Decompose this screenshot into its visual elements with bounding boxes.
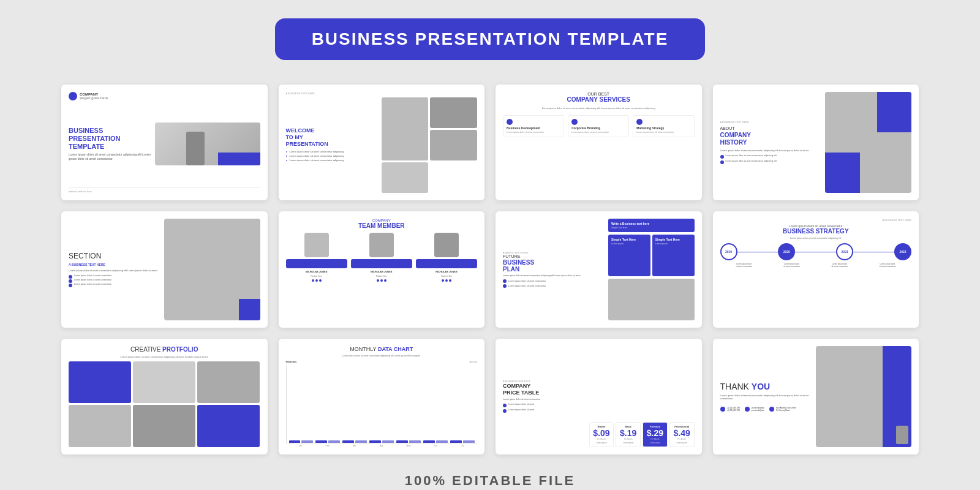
service-1: Business Development Lorem ipsum dolor s… [503, 115, 564, 138]
slide7-items: Lorem ipsum dolor sit amet consectetur L… [503, 279, 603, 288]
member-3: NICHOLAS JONES Position Here [416, 233, 477, 282]
price-premium: Premium $.29 Per Month Lorem ipsum [643, 422, 668, 447]
slide-3[interactable]: OUR BEST COMPANY SERVICES Lorem ipsum do… [496, 85, 702, 200]
slide12-sub: Lorem ipsum dolor sit amet consectetur a… [720, 394, 811, 401]
slide1-body: Lorem ipsum dolor sit amet consectetur a… [69, 153, 155, 161]
slide-7[interactable]: A SIMPLE TEXT HERE FUTURE BUSINESSPLAN L… [496, 211, 702, 327]
year-2019: 2019 [720, 243, 737, 260]
member2-role: Position Here [376, 275, 387, 277]
contact-location: Your Address Goes HereTo Country Name [769, 407, 796, 412]
slide10-heading: MONTHLY DATA CHART [286, 346, 478, 352]
member1-wave [286, 259, 347, 268]
slide-11[interactable]: A BUSINESS SUB TEXT COMPANYPRICE TABLE L… [496, 339, 702, 454]
price-starter: Starter $.09 Per Month Lorem ipsum [589, 422, 614, 447]
slide8-desc: Lorem ipsum dolor sit amet consectetur a… [720, 237, 912, 239]
slide8-timeline: 2019 2020 2021 2022 [720, 243, 912, 260]
slide4-heading: ABOUT COMPANYHISTORY [720, 126, 821, 146]
slide11-checks: Lorem ipsum dolor sit amet Lorem ipsum d… [503, 403, 586, 413]
slide6-line2: TEAM MEMBER [358, 222, 405, 229]
price-professional: Professional $.49 Per Month Lorem ipsum [669, 422, 695, 447]
slide8-line2: BUSINESS STRATEGY [720, 228, 912, 235]
header-banner: BUSINESS PRESENTATION TEMPLATE [275, 18, 706, 60]
slide12-image [816, 346, 911, 447]
slide7-box3: Simple Text Here Lorem ipsum [652, 235, 695, 276]
slide-10[interactable]: MONTHLY DATA CHART Lorem ipsum dolor sit… [279, 339, 485, 454]
member2-wave [351, 259, 412, 268]
service3-title: Marketing Strategy [636, 126, 690, 130]
gallery-item-5 [133, 405, 195, 447]
member3-role: Position Here [441, 275, 452, 277]
gallery-item-6 [197, 405, 260, 447]
slide3-services: Business Development Lorem ipsum dolor s… [503, 115, 695, 138]
member3-wave [416, 259, 477, 268]
check-icon-2 [720, 160, 724, 164]
slide7-heading: FUTURE BUSINESSPLAN [503, 254, 603, 273]
logo-icon [69, 92, 77, 100]
slide4-image [825, 92, 911, 193]
service1-title: Business Development [507, 126, 560, 130]
year-2022: 2022 [894, 243, 911, 260]
slide-5[interactable]: SECTION A BUSINESS TEXT HERE Lorem ipsum… [61, 211, 268, 327]
slide-2[interactable]: A BUSINESS TEXT HERE WELCOMETO MYPRESENT… [279, 85, 485, 200]
member-2: NICHOLAS JONES Position Here [351, 233, 412, 282]
timeline-line-1 [737, 252, 778, 252]
slide7-person [608, 279, 695, 320]
service-3: Marketing Strategy Lorem ipsum dolor sit… [633, 115, 694, 138]
slide-6[interactable]: COMPANY TEAM MEMBER NICHOLAS JONES Posit… [279, 211, 485, 327]
timeline-line-3 [853, 252, 894, 252]
service3-icon [636, 119, 643, 125]
slide3-line1: OUR BEST [567, 92, 630, 96]
slide-9[interactable]: CREATIVE PROTFOLIO Lorem ipsum dolor sit… [61, 339, 268, 454]
slide4-label: A BUSINESS TEXT HERE [720, 121, 821, 124]
plan-check-2 [503, 284, 507, 288]
year-2021: 2021 [836, 243, 853, 260]
contact-email: youremail@siteyouremail@site [745, 407, 764, 412]
slides-grid: COMPANYslogan goes here BUSINESSPRESENTA… [61, 85, 919, 454]
slide5-heading: SECTION [69, 252, 159, 260]
slide2-label: A BUSINESS TEXT HERE [286, 92, 478, 95]
service2-title: Corporate Branding [571, 126, 625, 130]
slide5-checks: Lorem ipsum dolor sit amet consectetur L… [69, 274, 159, 287]
slide5-body: Lorem ipsum dolor sit amet consectetur a… [69, 269, 159, 273]
slide9-desc: Lorem ipsum dolor sit amet consectetur a… [69, 355, 260, 358]
service3-desc: Lorem ipsum dolor sit amet consectetur [636, 131, 690, 134]
slide1-footer: website address here [69, 187, 260, 193]
gallery-item-2 [133, 361, 195, 404]
email-icon [745, 407, 750, 412]
slide9-gallery [69, 361, 260, 447]
slide8-details: Lorem ipsum dolorsit amet consectetur Lo… [720, 263, 912, 268]
slide4-desc: Lorem ipsum dolor sit amet consectetur a… [720, 149, 821, 153]
slide12-contacts: +1 (12) 456-789+1 (12) 456-789 youremail… [720, 407, 811, 412]
year-2020: 2020 [778, 243, 795, 260]
slide-12[interactable]: THANK YOU Lorem ipsum dolor sit amet con… [713, 339, 919, 454]
chart-x-labels: Jan Feb Mar Apr May Jun Jul [286, 443, 478, 447]
plan-check-1 [503, 279, 507, 283]
member1-name: NICHOLAS JONES [306, 270, 328, 273]
slide9-heading: CREATIVE PROTFOLIO [69, 346, 260, 353]
slide4-checks: Lorem ipsum dolor sit amet consectetur a… [720, 154, 821, 164]
slide3-line2: COMPANY SERVICES [567, 96, 630, 103]
check-icon-1 [720, 155, 724, 159]
slide3-desc: Lorem ipsum dolor sit amet consectetur a… [542, 107, 655, 110]
slide-8[interactable]: A BUSINESS TEXT HERE Lorem ipsum dolor s… [713, 211, 919, 327]
slide2-img3 [430, 130, 477, 160]
slide12-heading: THANK YOU [720, 382, 811, 391]
check-p2 [503, 409, 507, 413]
slide10-desc: Lorem ipsum dolor sit amet consectetur a… [286, 355, 478, 357]
member-1: NICHOLAS JONES Position Here [286, 233, 347, 282]
slide11-desc: Lorem ipsum dolor sit amet consectetur [503, 398, 586, 401]
logo-text: COMPANYslogan goes here [80, 92, 108, 100]
slide2-img4 [382, 162, 429, 193]
gallery-item-3 [197, 361, 260, 404]
timeline-line-2 [795, 252, 836, 252]
footer-text: 100% EDITABLE FILE [405, 473, 576, 489]
slide-4[interactable]: A BUSINESS TEXT HERE ABOUT COMPANYHISTOR… [713, 85, 919, 200]
slide-1[interactable]: COMPANYslogan goes here BUSINESSPRESENTA… [61, 85, 268, 200]
service1-icon [507, 119, 513, 125]
slide8-label: A BUSINESS TEXT HERE [720, 219, 912, 222]
slide11-prices: Starter $.09 Per Month Lorem ipsum Basic… [589, 346, 695, 447]
slide2-img2 [430, 97, 477, 128]
service2-desc: Lorem ipsum dolor sit amet consectetur [571, 131, 625, 134]
member3-photo [434, 233, 459, 257]
check-icon-s3 [69, 284, 72, 287]
